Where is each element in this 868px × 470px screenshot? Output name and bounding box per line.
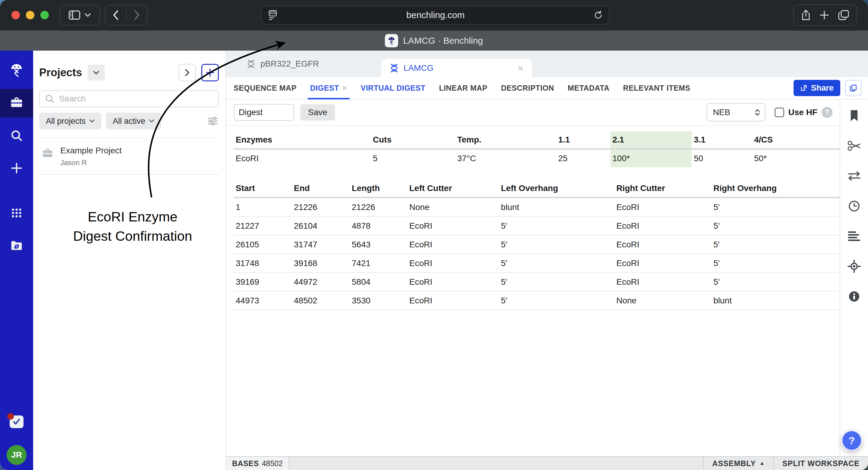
project-list-item[interactable]: Example Project Jason R bbox=[39, 138, 219, 175]
close-window-button[interactable] bbox=[11, 11, 20, 19]
table-cell: 44972 bbox=[292, 277, 350, 287]
tab-description[interactable]: DESCRIPTION bbox=[501, 77, 554, 99]
enzyme-table-header: Enzymes Cuts Temp. 1.1 2.1 3.1 4/CS bbox=[234, 131, 860, 148]
digest-toolbar: Save NEB Use HF ? bbox=[226, 99, 868, 126]
desktop: benchling.com LAMCG · Benchling bbox=[0, 0, 868, 470]
reload-icon[interactable] bbox=[593, 10, 603, 20]
tab-linear-map[interactable]: LINEAR MAP bbox=[439, 77, 488, 99]
create-plus-icon[interactable] bbox=[8, 160, 25, 177]
doc-tab-lamcg[interactable]: LAMCG × bbox=[381, 59, 532, 77]
split-workspace-button[interactable]: SPLIT WORKSPACE bbox=[773, 457, 868, 470]
search-icon bbox=[44, 94, 55, 104]
expand-panel-button[interactable] bbox=[179, 64, 196, 81]
table-cell: EcoRI bbox=[614, 258, 711, 268]
table-cell: 26104 bbox=[292, 221, 350, 231]
table-cell: 21226 bbox=[350, 202, 407, 212]
projects-type-dropdown[interactable] bbox=[87, 65, 105, 81]
bookmark-icon[interactable] bbox=[846, 107, 863, 124]
tab-virtual-digest[interactable]: VIRTUAL DIGEST bbox=[361, 77, 426, 99]
projects-search[interactable] bbox=[39, 90, 219, 107]
use-hf-checkbox[interactable] bbox=[775, 107, 784, 117]
user-avatar[interactable]: JR bbox=[7, 445, 27, 465]
view-tabs: SEQUENCE MAP DIGEST× VIRTUAL DIGEST LINE… bbox=[226, 77, 868, 99]
tab-relevant-items[interactable]: RELEVANT ITEMS bbox=[623, 77, 690, 99]
filter-all-active[interactable]: All active bbox=[106, 113, 161, 130]
share-page-icon[interactable] bbox=[801, 10, 810, 21]
benchling-logo-icon[interactable] bbox=[8, 62, 25, 79]
filter-settings-icon[interactable] bbox=[207, 116, 219, 127]
annotation-list-icon[interactable] bbox=[846, 228, 863, 245]
fragment-row[interactable]: 21227261044878EcoRI5'EcoRI5' bbox=[234, 217, 860, 236]
sidebar-toggle-icon bbox=[69, 10, 80, 20]
help-button[interactable]: ? bbox=[841, 430, 862, 451]
table-cell: 100* bbox=[610, 154, 692, 163]
assembly-button[interactable]: ASSEMBLY ▲ bbox=[703, 457, 773, 470]
table-cell: 7421 bbox=[350, 258, 407, 268]
fragment-row[interactable]: 12122621226NonebluntEcoRI5' bbox=[234, 198, 860, 217]
table-cell: 5' bbox=[499, 296, 614, 306]
back-button[interactable] bbox=[105, 5, 126, 25]
tab-sequence-map[interactable]: SEQUENCE MAP bbox=[234, 77, 297, 99]
table-cell: blunt bbox=[711, 296, 860, 306]
benchling-app: JR Projects bbox=[0, 51, 868, 470]
tab-metadata[interactable]: METADATA bbox=[568, 77, 610, 99]
table-cell: 3530 bbox=[350, 296, 407, 306]
registry-folder-icon[interactable] bbox=[8, 237, 25, 254]
fragment-row[interactable]: 26105317475643EcoRI5'EcoRI5' bbox=[234, 236, 860, 254]
sidebar-toggle-button[interactable] bbox=[60, 5, 100, 25]
swap-arrows-icon[interactable] bbox=[846, 167, 863, 184]
fragment-row[interactable]: 39169449725804EcoRI5'EcoRI5' bbox=[234, 273, 860, 292]
fragment-row[interactable]: 31748391687421EcoRI5'EcoRI5' bbox=[234, 254, 860, 273]
search-icon[interactable] bbox=[8, 127, 25, 144]
table-cell: EcoRI bbox=[407, 277, 499, 287]
save-button[interactable]: Save bbox=[300, 104, 335, 121]
zoom-window-button[interactable] bbox=[40, 11, 49, 19]
projects-panel-title: Projects bbox=[39, 66, 82, 79]
browser-tab[interactable]: LAMCG · Benchling bbox=[0, 30, 868, 51]
address-bar[interactable]: benchling.com bbox=[261, 5, 610, 25]
doc-tab-label: LAMCG bbox=[404, 63, 434, 73]
share-icon bbox=[800, 84, 807, 92]
inbox-tasks-icon[interactable] bbox=[8, 413, 25, 430]
pages-button[interactable] bbox=[845, 80, 861, 96]
enzyme-row[interactable]: EcoRI537°C25100*5050* bbox=[234, 150, 860, 167]
chevron-down-icon bbox=[84, 13, 91, 17]
doc-tab-label: pBR322_EGFR bbox=[260, 59, 319, 69]
search-input[interactable] bbox=[59, 94, 213, 104]
tab-overview-icon[interactable] bbox=[838, 10, 849, 20]
target-crosshair-icon[interactable] bbox=[846, 258, 863, 275]
select-chevrons-icon bbox=[755, 108, 760, 116]
share-button[interactable]: Share bbox=[794, 80, 840, 96]
forward-button[interactable] bbox=[127, 5, 147, 25]
new-project-button[interactable] bbox=[201, 64, 219, 81]
table-cell: 26105 bbox=[234, 240, 292, 249]
projects-briefcase-icon[interactable] bbox=[8, 94, 25, 111]
table-cell: 5' bbox=[711, 240, 860, 249]
table-cell: None bbox=[614, 296, 711, 306]
close-tab-icon[interactable]: × bbox=[518, 62, 524, 74]
close-digest-tab-icon[interactable]: × bbox=[342, 83, 347, 93]
new-tab-icon[interactable] bbox=[819, 10, 829, 20]
info-icon[interactable] bbox=[846, 288, 863, 305]
fragment-row[interactable]: 44973485023530EcoRI5'Noneblunt bbox=[234, 292, 860, 310]
apps-grid-icon[interactable] bbox=[8, 204, 25, 221]
hf-help-icon[interactable]: ? bbox=[822, 107, 832, 118]
browser-action-buttons bbox=[793, 4, 857, 26]
doc-tab-pbr322[interactable]: pBR322_EGFR bbox=[247, 51, 319, 77]
table-cell: EcoRI bbox=[407, 221, 499, 231]
table-cell: EcoRI bbox=[614, 277, 711, 287]
tab-digest[interactable]: DIGEST× bbox=[310, 77, 347, 99]
minimize-window-button[interactable] bbox=[26, 11, 34, 19]
table-cell: EcoRI bbox=[614, 221, 711, 231]
filter-all-projects[interactable]: All projects bbox=[39, 113, 101, 130]
digest-name-input[interactable] bbox=[234, 104, 294, 121]
table-cell: 31748 bbox=[234, 258, 292, 268]
use-hf-label: Use HF bbox=[788, 107, 817, 117]
history-clock-icon[interactable] bbox=[846, 198, 863, 215]
enzyme-table: Enzymes Cuts Temp. 1.1 2.1 3.1 4/CS EcoR… bbox=[234, 131, 860, 167]
table-cell: 5 bbox=[371, 154, 455, 163]
digest-scissors-icon[interactable] bbox=[846, 137, 863, 154]
vendor-select[interactable]: NEB bbox=[707, 103, 766, 121]
table-cell: EcoRI bbox=[407, 240, 499, 249]
page-settings-icon[interactable] bbox=[268, 10, 278, 20]
